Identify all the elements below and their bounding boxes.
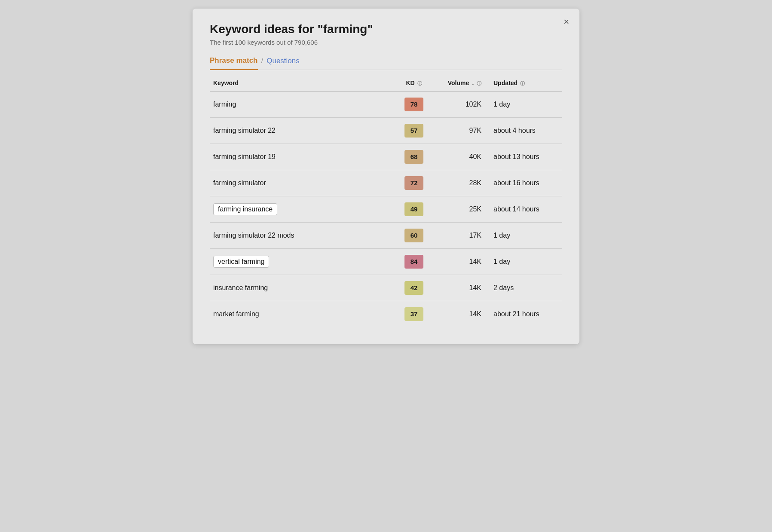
kd-info-icon[interactable]: ⓘ [417, 80, 422, 87]
volume-cell: 14K [433, 275, 485, 301]
table-row[interactable]: farming insurance4925Kabout 14 hours [210, 196, 562, 222]
kd-cell: 37 [395, 301, 433, 327]
kd-cell: 78 [395, 91, 433, 117]
volume-cell: 28K [433, 170, 485, 196]
tab-separator: / [261, 57, 263, 70]
keyword-ideas-panel: × Keyword ideas for "farming" The first … [193, 9, 579, 344]
kd-cell: 84 [395, 248, 433, 275]
keyword-cell: farming [210, 91, 395, 117]
keyword-cell: market farming [210, 301, 395, 327]
kd-cell: 42 [395, 275, 433, 301]
panel-title: Keyword ideas for "farming" [210, 22, 562, 36]
volume-cell: 102K [433, 91, 485, 117]
col-header-updated: Updated ⓘ [485, 75, 562, 91]
volume-sort-icon[interactable]: ↓ [472, 80, 474, 86]
updated-cell: 1 day [485, 222, 562, 248]
keyword-cell: farming insurance [210, 196, 395, 222]
updated-cell: about 16 hours [485, 170, 562, 196]
updated-cell: about 14 hours [485, 196, 562, 222]
updated-cell: 2 days [485, 275, 562, 301]
table-row[interactable]: farming simulator 22 mods6017K1 day [210, 222, 562, 248]
table-row[interactable]: farming simulator 225797Kabout 4 hours [210, 117, 562, 144]
volume-cell: 40K [433, 144, 485, 170]
updated-cell: about 4 hours [485, 117, 562, 144]
keyword-cell: farming simulator 19 [210, 144, 395, 170]
kd-cell: 72 [395, 170, 433, 196]
table-header-row: Keyword KD ⓘ Volume ↓ ⓘ Updated ⓘ [210, 75, 562, 91]
keyword-cell: vertical farming [210, 248, 395, 275]
keyword-cell: farming simulator [210, 170, 395, 196]
tab-questions[interactable]: Questions [267, 57, 300, 70]
kd-cell: 49 [395, 196, 433, 222]
keyword-highlighted: farming insurance [213, 203, 277, 215]
table-row[interactable]: farming simulator 196840Kabout 13 hours [210, 144, 562, 170]
volume-cell: 25K [433, 196, 485, 222]
keyword-highlighted: vertical farming [213, 256, 269, 268]
kd-cell: 60 [395, 222, 433, 248]
table-row[interactable]: farming simulator7228Kabout 16 hours [210, 170, 562, 196]
updated-cell: about 13 hours [485, 144, 562, 170]
table-row[interactable]: market farming3714Kabout 21 hours [210, 301, 562, 327]
tab-phrase-match[interactable]: Phrase match [210, 56, 258, 70]
volume-cell: 14K [433, 248, 485, 275]
updated-cell: about 21 hours [485, 301, 562, 327]
col-header-keyword: Keyword [210, 75, 395, 91]
updated-cell: 1 day [485, 91, 562, 117]
kd-cell: 57 [395, 117, 433, 144]
col-header-volume: Volume ↓ ⓘ [433, 75, 485, 91]
updated-info-icon[interactable]: ⓘ [520, 80, 525, 87]
keywords-table: Keyword KD ⓘ Volume ↓ ⓘ Updated ⓘ farmin… [210, 75, 562, 327]
table-row[interactable]: vertical farming8414K1 day [210, 248, 562, 275]
keyword-cell: farming simulator 22 mods [210, 222, 395, 248]
volume-info-icon[interactable]: ⓘ [477, 80, 481, 87]
keyword-cell: insurance farming [210, 275, 395, 301]
col-header-kd: KD ⓘ [395, 75, 433, 91]
volume-cell: 14K [433, 301, 485, 327]
keyword-cell: farming simulator 22 [210, 117, 395, 144]
close-button[interactable]: × [564, 17, 569, 27]
volume-cell: 17K [433, 222, 485, 248]
volume-cell: 97K [433, 117, 485, 144]
panel-subtitle: The first 100 keywords out of 790,606 [210, 39, 562, 46]
kd-cell: 68 [395, 144, 433, 170]
table-row[interactable]: farming78102K1 day [210, 91, 562, 117]
updated-cell: 1 day [485, 248, 562, 275]
tabs-container: Phrase match / Questions [210, 56, 562, 70]
table-row[interactable]: insurance farming4214K2 days [210, 275, 562, 301]
